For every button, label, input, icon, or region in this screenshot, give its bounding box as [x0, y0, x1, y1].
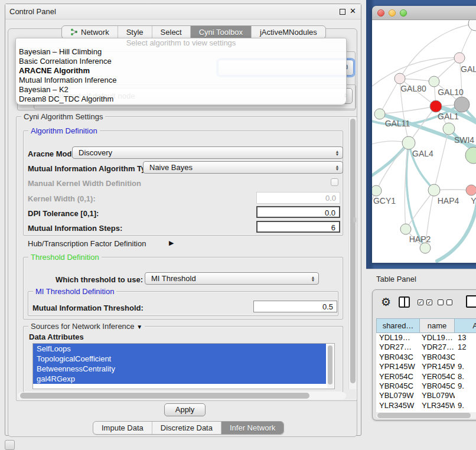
splitpane-divider-handle[interactable]	[353, 217, 356, 223]
scrollbar-thumb[interactable]	[350, 119, 356, 383]
settings-vertical-scrollbar[interactable]	[348, 118, 356, 389]
algorithm-option-bayesian-hill-climbing[interactable]: Bayesian – Hill Climbing	[16, 47, 346, 57]
scrollbar-thumb[interactable]	[328, 345, 332, 384]
algorithm-option-basic-correlation-inference[interactable]: Basic Correlation Inference	[16, 57, 346, 66]
algorithm-option-aracne-algorithm[interactable]: ARACNE Algorithm	[16, 66, 346, 76]
aracne-mode-combo[interactable]: Discovery ▲▼	[72, 146, 343, 159]
table-cell: YBR045C	[420, 381, 455, 391]
data-attributes-list[interactable]: SelfLoopsTopologicalCoefficientBetweenne…	[32, 343, 335, 389]
deselect-checkbox-icon[interactable]	[438, 299, 444, 305]
list-item-topologicalcoefficient[interactable]: TopologicalCoefficient	[33, 354, 326, 364]
table-row[interactable]: YBL079WYBL079W	[376, 391, 476, 400]
close-window-button[interactable]	[377, 9, 384, 17]
select-all-checkbox-icon[interactable]: ✓	[426, 299, 432, 305]
restore-panel-button[interactable]	[5, 440, 15, 450]
list-item-selfloops[interactable]: SelfLoops	[33, 344, 326, 354]
apply-button[interactable]: Apply	[164, 403, 206, 416]
network-node[interactable]	[454, 97, 470, 112]
network-node-gcy1[interactable]	[372, 185, 382, 196]
mi-steps-field[interactable]: 6	[256, 221, 340, 233]
network-node-hap4[interactable]	[428, 184, 440, 196]
network-node[interactable]	[420, 243, 431, 253]
algorithm-option-bayesian-k2[interactable]: Bayesian – K2	[16, 85, 346, 94]
tab-infer-network[interactable]: Infer Network	[221, 422, 283, 434]
table-cell: YBR043C	[376, 353, 420, 362]
collapsed-arrow-icon[interactable]: ▶	[169, 239, 174, 247]
node-label-gal10: GAL10	[438, 87, 464, 97]
hub-tf-definition-label[interactable]: Hub/Transcription Factor Definition	[28, 239, 146, 248]
network-node[interactable]	[465, 147, 476, 164]
column-header-shared[interactable]: shared…	[376, 318, 420, 333]
tab-select[interactable]: Select	[152, 26, 191, 38]
table-row[interactable]: YPR145WYPR145W9.	[376, 362, 476, 371]
tab-discretize-data[interactable]: Discretize Data	[152, 422, 221, 434]
close-icon[interactable]: ✕	[350, 6, 356, 15]
network-node-gal1[interactable]	[430, 100, 442, 112]
network-graph: GALGAL80GAL10GAL1GAL11SWI4GAL4GCY1HAP4YH…	[372, 20, 476, 263]
table-cell: YBR043C	[420, 353, 455, 362]
combo-arrows-icon: ▲▼	[333, 165, 343, 171]
tab-label: Infer Network	[230, 423, 275, 432]
tab-style[interactable]: Style	[118, 26, 152, 38]
scrollbar-thumb[interactable]	[20, 393, 309, 399]
dpi-tolerance-field[interactable]: 0.0	[256, 206, 340, 218]
mi-type-value: Naive Bayes	[144, 163, 333, 172]
table-horizontal-scrollbar[interactable]	[376, 412, 476, 419]
tab-impute-data[interactable]: Impute Data	[93, 422, 152, 434]
table-cell: YPR145W	[420, 362, 455, 371]
list-item-gal4rgexp[interactable]: gal4RGexp	[33, 374, 326, 384]
network-node-gal10[interactable]	[429, 76, 439, 87]
control-panel-titlebar: Control Panel ✕	[5, 4, 361, 19]
network-node-hap2[interactable]	[400, 224, 411, 234]
tab-cyni-toolbox[interactable]: Cyni Toolbox	[191, 26, 252, 38]
settings-group-title: Cyni Algorithm Settings	[21, 112, 105, 121]
network-node-y[interactable]	[466, 185, 476, 195]
list-vertical-scrollbar[interactable]	[327, 344, 334, 388]
select-all-checkbox-icon[interactable]: ✓	[418, 299, 423, 305]
network-node-gal11[interactable]	[374, 109, 385, 119]
combo-arrows-icon: ▲▼	[309, 276, 318, 282]
network-node-gal[interactable]	[454, 53, 465, 63]
sources-title: Sources for Network Inference ▼	[28, 322, 145, 331]
list-item-betweennesscentrality[interactable]: BetweennessCentrality	[33, 364, 326, 374]
panel-title: Control Panel	[9, 7, 56, 16]
split-columns-icon[interactable]	[399, 296, 410, 308]
tab-label: Discretize Data	[161, 423, 213, 432]
kernel-width-field[interactable]: 0.0	[256, 192, 340, 204]
aracne-mode-value: Discovery	[73, 148, 333, 157]
network-canvas[interactable]: GALGAL80GAL10GAL1GAL11SWI4GAL4GCY1HAP4YH…	[372, 20, 476, 263]
algorithm-dropdown-popup: Select algorithm to view settings Bayesi…	[15, 38, 347, 105]
document-icon[interactable]	[466, 295, 476, 308]
table-row[interactable]: YLR345WYLR345W9.	[376, 401, 476, 410]
table-row[interactable]: YBR043CYBR043C	[376, 353, 476, 362]
network-node[interactable]	[468, 20, 476, 31]
expanded-arrow-icon[interactable]: ▼	[136, 324, 142, 330]
table-row[interactable]: YDL19…YDL19…13	[376, 333, 476, 343]
network-window-titlebar[interactable]	[372, 6, 476, 20]
zoom-window-button[interactable]	[400, 9, 407, 17]
manual-kernel-label: Manual Kernel Width Definition	[28, 179, 141, 188]
manual-kernel-checkbox[interactable]	[331, 178, 338, 186]
algorithm-option-mutual-information-inference[interactable]: Mutual Information Inference	[16, 76, 346, 85]
minimize-window-button[interactable]	[389, 9, 396, 17]
algorithm-option-dream8-dc-tdc-algorithm[interactable]: Dream8 DC_TDC Algorithm	[16, 94, 346, 104]
scrollbar-thumb[interactable]	[377, 413, 471, 418]
float-window-icon[interactable]	[340, 9, 345, 15]
table-row[interactable]: YDR27…YDR27…12	[376, 343, 476, 352]
column-header-name[interactable]: name	[420, 318, 455, 333]
table-row[interactable]: YBR045CYBR045C9.	[376, 381, 476, 391]
network-node-gal4[interactable]	[402, 136, 415, 149]
mi-threshold-field[interactable]: 0.5	[253, 301, 337, 312]
gear-icon[interactable]: ⚙	[381, 295, 391, 309]
network-node-gal80[interactable]	[395, 73, 405, 84]
network-node-swi4[interactable]	[443, 123, 455, 135]
table-row[interactable]: YER054CYER054C8.	[376, 372, 476, 381]
tab-network[interactable]: Network	[62, 26, 118, 38]
mi-type-combo[interactable]: Naive Bayes ▲▼	[143, 161, 343, 174]
deselect-checkbox-icon[interactable]	[446, 299, 452, 305]
which-threshold-combo[interactable]: MI Threshold ▲▼	[145, 272, 319, 285]
settings-horizontal-scrollbar[interactable]	[18, 392, 346, 399]
control-panel-tabstrip: NetworkStyleSelectCyni ToolboxjActiveMNo…	[61, 25, 326, 39]
column-header-a[interactable]: A	[455, 318, 476, 333]
tab-jactivemnodules[interactable]: jActiveMNodules	[252, 26, 325, 38]
